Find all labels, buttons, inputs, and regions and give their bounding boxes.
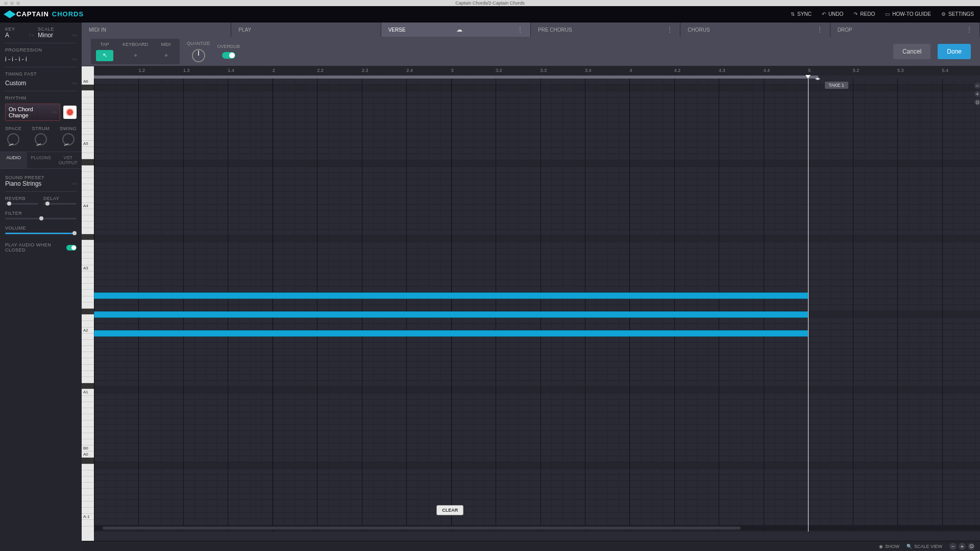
reverb-label: REVERB: [5, 196, 38, 201]
scale-value: Minor: [38, 32, 53, 39]
delay-slider[interactable]: [43, 203, 77, 205]
search-icon: 🔍: [906, 544, 912, 549]
tap-button[interactable]: ↖: [96, 50, 113, 61]
scale-view-control[interactable]: 🔍SCALE VIEW: [906, 544, 942, 549]
filter-slider[interactable]: [5, 218, 77, 219]
vertical-zoom-fit[interactable]: ⊙: [974, 99, 980, 105]
space-label: SPACE: [5, 126, 21, 131]
tab-audio[interactable]: AUDIO: [0, 152, 27, 168]
zoom-out-button[interactable]: −: [949, 543, 957, 550]
section-tabs: MIDI IN PLAY VERSE ☁ ⋮ PRE CHORUS⋮ CHORU…: [82, 22, 980, 37]
sync-button[interactable]: ⇅SYNC: [791, 11, 812, 17]
overdub-label: OVERDUB: [217, 44, 240, 49]
time-ruler[interactable]: 1.21.31.422.22.32.433.23.33.444.24.34.45…: [94, 66, 980, 76]
keyboard-button[interactable]: [127, 50, 144, 61]
redo-button[interactable]: ↷REDO: [853, 11, 875, 17]
loop-region[interactable]: [94, 76, 818, 79]
bottom-bar: ◉SHOW 🔍SCALE VIEW − + ⊙: [82, 541, 980, 551]
rhythm-selector[interactable]: On Chord Change ‹›: [5, 104, 60, 121]
chorus-menu-icon[interactable]: ⋮: [817, 26, 823, 33]
record-icon: [67, 109, 73, 115]
cloud-icon[interactable]: ☁: [456, 26, 462, 33]
progression-label: PROGRESSION: [5, 47, 77, 53]
take-badge: TAKE 1: [825, 82, 848, 89]
sound-preset-label: SOUND PRESET: [5, 175, 77, 180]
key-value: A: [5, 32, 9, 39]
swing-knob[interactable]: [62, 133, 75, 145]
section-tab-pre-chorus[interactable]: PRE CHORUS⋮: [531, 22, 680, 37]
logo-mark-icon: [4, 10, 16, 18]
settings-button[interactable]: ⚙SETTINGS: [941, 11, 974, 17]
undo-icon: ↶: [822, 11, 826, 17]
sidebar: KEY A ‹› SCALE Minor ‹› PROGRESSION i - …: [0, 22, 82, 551]
note-grid[interactable]: [94, 79, 980, 532]
key-spinner[interactable]: ‹›: [30, 33, 34, 38]
strum-label: STRUM: [32, 126, 50, 131]
play-closed-label: PLAY AUDIO WHEN CLOSED: [5, 242, 66, 253]
swing-label: SWING: [60, 126, 77, 131]
tab-plugins[interactable]: PLUGINS: [27, 152, 54, 168]
record-button[interactable]: [63, 106, 77, 119]
done-button[interactable]: Done: [938, 44, 971, 59]
zoom-fit-button[interactable]: ⊙: [968, 543, 975, 550]
horizontal-scrollbar[interactable]: [94, 525, 980, 531]
filter-label: FILTER: [5, 211, 77, 216]
redo-icon: ↷: [853, 11, 857, 17]
scale-spinner[interactable]: ‹›: [72, 33, 77, 38]
delay-label: DELAY: [43, 196, 77, 201]
quantize-label: QUANTIZE: [187, 41, 210, 46]
play-closed-toggle[interactable]: [66, 245, 77, 251]
volume-slider[interactable]: [5, 233, 77, 234]
book-icon: ▭: [885, 11, 890, 17]
show-control[interactable]: ◉SHOW: [879, 544, 899, 549]
cursor-icon: ↖: [103, 52, 107, 59]
keyboard-label: KEYBOARD: [122, 42, 148, 47]
reverb-slider[interactable]: [5, 203, 38, 205]
gear-icon: ⚙: [941, 11, 946, 17]
piano-roll[interactable]: A6A5A4A3A2A1B0A0A-1 1.21.31.422.22.32.43…: [82, 66, 980, 541]
zoom-in-button[interactable]: +: [959, 543, 966, 550]
section-tab-verse[interactable]: VERSE ☁ ⋮: [381, 22, 531, 37]
vertical-zoom-in[interactable]: +: [974, 91, 980, 97]
section-tab-chorus[interactable]: CHORUS⋮: [680, 22, 830, 37]
volume-label: VOLUME: [5, 226, 77, 231]
timing-label: TIMING FAST: [5, 71, 77, 77]
minimize-dot[interactable]: [10, 2, 14, 5]
sound-preset-value: Piano Strings: [5, 180, 41, 187]
sync-icon: ⇅: [791, 11, 795, 17]
section-tab-play[interactable]: PLAY: [231, 22, 381, 37]
section-tab-drop[interactable]: DROP⋮: [830, 22, 980, 37]
verse-menu-icon[interactable]: ⋮: [517, 26, 523, 33]
piano-keyboard[interactable]: A6A5A4A3A2A1B0A0A-1: [82, 66, 94, 541]
midi-button[interactable]: [157, 50, 175, 61]
tab-vst-output[interactable]: VST OUTPUT: [55, 152, 82, 168]
undo-button[interactable]: ↶UNDO: [822, 11, 843, 17]
eye-icon: ◉: [879, 544, 883, 549]
rhythm-label: RHYTHM: [5, 95, 77, 101]
quantize-knob[interactable]: [192, 49, 205, 62]
strum-knob[interactable]: [35, 133, 47, 145]
overdub-toggle[interactable]: [222, 52, 235, 59]
app-bar: CAPTAIN CHORDS ⇅SYNC ↶UNDO ↷REDO ▭HOW-TO…: [0, 6, 980, 22]
tap-label: TAP: [101, 42, 109, 47]
close-dot[interactable]: [4, 2, 8, 5]
mac-titlebar: Captain Chords/2-Captain Chords: [0, 0, 980, 6]
app-logo: CAPTAIN CHORDS: [6, 10, 84, 18]
drop-menu-icon[interactable]: ⋮: [966, 26, 972, 33]
zoom-dot[interactable]: [16, 2, 20, 5]
section-tab-midi-in[interactable]: MIDI IN: [82, 22, 231, 37]
progression-spinner[interactable]: ‹›: [72, 57, 77, 62]
cancel-button[interactable]: Cancel: [893, 44, 930, 59]
prechorus-menu-icon[interactable]: ⋮: [667, 26, 673, 33]
window-title: Captain Chords/2-Captain Chords: [455, 1, 525, 6]
key-label: KEY: [5, 27, 34, 32]
clear-button[interactable]: CLEAR: [436, 505, 463, 515]
record-toolbar: TAP↖ KEYBOARD MIDI QUANTIZE OVERDUB Canc…: [82, 37, 980, 66]
sound-preset-spinner[interactable]: ‹›: [72, 181, 77, 186]
howto-guide-button[interactable]: ▭HOW-TO GUIDE: [885, 11, 931, 17]
timing-spinner[interactable]: ‹›: [72, 81, 77, 86]
timing-value: Custom: [5, 80, 26, 87]
vertical-zoom-out[interactable]: −: [974, 83, 980, 89]
scale-label: SCALE: [38, 27, 77, 32]
space-knob[interactable]: [7, 133, 19, 145]
